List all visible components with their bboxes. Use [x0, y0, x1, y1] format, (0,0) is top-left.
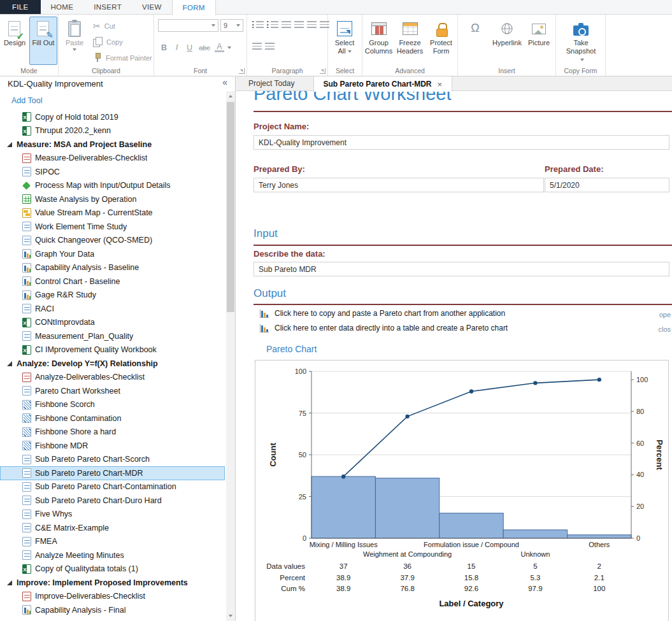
add-tool-link[interactable]: Add Tool — [0, 91, 235, 108]
tree-item[interactable]: Process Map with Input/Output Details — [0, 179, 225, 193]
tree-item-label: Fishbone Scorch — [35, 400, 95, 409]
tree-item[interactable]: Value Stream Map - CurrentState — [0, 206, 225, 220]
tree-item[interactable]: Copy of Hold total 2019 — [0, 110, 225, 124]
sidebar-scrollbar[interactable] — [226, 91, 235, 621]
paste-button[interactable]: Paste — [61, 17, 88, 65]
collapse-sidebar-button[interactable]: « — [222, 77, 227, 87]
tree-item-label: Fishbone Shore a hard — [35, 427, 116, 436]
select-all-button[interactable]: Select All — [330, 17, 359, 65]
align-left-icon[interactable] — [282, 21, 291, 29]
tree-item[interactable]: Waste Analysis by Operation — [0, 192, 225, 206]
tab-insert[interactable]: INSERT — [83, 0, 132, 14]
tree-item[interactable]: Quick Changeover (QCO-SMED) — [0, 234, 225, 248]
design-button[interactable]: Design — [1, 17, 29, 65]
tab-view[interactable]: VIEW — [132, 0, 172, 14]
tree-section-header[interactable]: Measure: MSA and Project Baseline — [0, 138, 225, 152]
tab-file[interactable]: FILE — [0, 0, 41, 14]
scroll-down-button[interactable] — [226, 611, 235, 621]
tree-item[interactable]: Fishbone MDR — [0, 439, 225, 453]
format-painter-button[interactable]: Format Painter — [92, 50, 152, 66]
underline-button[interactable]: U — [185, 43, 194, 52]
tree-item[interactable]: Capability Analysis - Baseline — [0, 261, 225, 275]
close-tab-icon[interactable]: × — [438, 80, 443, 89]
scrollbar-thumb[interactable] — [227, 102, 234, 312]
tree-item[interactable]: Copy of Qualitydata totals (1) — [0, 562, 225, 576]
project-name-input[interactable] — [254, 135, 669, 150]
font-family-select[interactable] — [158, 19, 218, 32]
tree-item[interactable]: Graph Your Data — [0, 247, 225, 261]
tree-item[interactable]: Analyze Meeting Minutes — [0, 548, 225, 562]
font-color-button[interactable]: A — [215, 43, 224, 52]
decrease-indent-icon[interactable] — [252, 43, 262, 50]
symbol-icon — [471, 24, 479, 34]
scroll-up-button[interactable] — [226, 91, 235, 101]
hyperlink-button[interactable]: Hyperlink — [492, 17, 522, 65]
group-columns-button[interactable]: Group Columns — [364, 17, 394, 65]
increase-indent-icon[interactable] — [265, 43, 275, 50]
tree-item[interactable]: Five Whys — [0, 508, 225, 522]
expand-triangle-icon[interactable] — [7, 580, 12, 585]
tree-item[interactable]: SIPOC — [0, 165, 225, 179]
tab-home[interactable]: HOME — [41, 0, 84, 14]
tree-item[interactable]: Control Chart - Baseline — [0, 275, 225, 289]
fill-out-button[interactable]: Fill Out — [29, 17, 57, 65]
copy-paste-pareto-link[interactable]: Click here to copy and paste a Pareto ch… — [260, 309, 505, 318]
describe-data-input[interactable] — [254, 262, 669, 276]
doc-tab-sub-pareto-mdr[interactable]: Sub Pareto Pareto Chart-MDR × — [313, 76, 453, 92]
tree-item[interactable]: Fishbone Scorch — [0, 398, 225, 412]
x-axis-title: Label / Category — [439, 599, 504, 608]
expand-triangle-icon[interactable] — [7, 361, 12, 366]
italic-button[interactable]: I — [172, 43, 182, 52]
tree-item[interactable]: CI IMprovement Quality Workbook — [0, 343, 225, 357]
table-value: 92.6 — [464, 585, 478, 592]
tree-section-header[interactable]: Improve: Implement Proposed Improvements — [0, 576, 225, 590]
tree-item[interactable]: Pareto Chart Worksheet — [0, 384, 225, 398]
tree-item[interactable]: Thruput 2020.2_kenn — [0, 124, 225, 138]
tree-item[interactable]: CONtImprovdata — [0, 316, 225, 330]
excel-icon — [22, 345, 31, 355]
picture-button[interactable]: Picture — [524, 17, 554, 65]
tree-item[interactable]: Sub Pareto Pareto Chart-Contamination — [0, 480, 225, 494]
tree-item[interactable]: FMEA — [0, 535, 225, 549]
bullet-list-icon[interactable] — [252, 21, 264, 29]
tree-item[interactable]: Capability Analysis - Final — [0, 603, 225, 617]
copy-button[interactable]: Copy — [92, 34, 152, 50]
group-label-paragraph: Paragraph — [247, 67, 327, 75]
tree-item[interactable]: Improve-Deliverables-Checklist — [0, 590, 225, 604]
doc-tab-project-today[interactable]: Project Today — [239, 76, 304, 90]
tree-item[interactable]: Sub Pareto Pareto Chart-Scorch — [0, 453, 225, 467]
symbol-button[interactable] — [461, 17, 490, 65]
cut-button[interactable]: Cut — [92, 18, 152, 34]
take-snapshot-button[interactable]: Take Snapshot — [564, 17, 598, 65]
tree-item-label: Capability Analysis - Final — [35, 606, 125, 615]
form-icon — [22, 167, 31, 176]
tree-item[interactable]: Sub Pareto Pareto Chart-Duro Hard — [0, 494, 225, 508]
tree-item[interactable]: Fishbone Shore a hard — [0, 425, 225, 439]
expand-triangle-icon[interactable] — [7, 142, 12, 147]
tab-form[interactable]: FORM — [172, 0, 216, 15]
prepared-by-input[interactable] — [254, 178, 544, 192]
tree-item[interactable]: RACI — [0, 302, 225, 316]
strikethrough-button[interactable]: abc — [197, 44, 211, 52]
form-area: Pareto Chart Worksheet Project Name: Pre… — [236, 91, 672, 621]
tree-item[interactable]: Sub Pareto Pareto Chart-MDR — [0, 466, 225, 480]
prepared-date-input[interactable] — [545, 178, 669, 192]
enter-data-link[interactable]: Click here to enter data directly into a… — [260, 324, 508, 332]
tree-section-header[interactable]: Analyze: Develop Y=f(X) Relationship — [0, 357, 225, 371]
freeze-headers-button[interactable]: Freeze Headers — [395, 17, 425, 65]
tree-item[interactable]: Work Element Time Study — [0, 220, 225, 234]
tree-item[interactable]: Measure-Deliverables-Checklist — [0, 152, 225, 166]
numbered-list-icon[interactable] — [267, 21, 278, 29]
select-all-icon — [337, 21, 352, 36]
bold-button[interactable]: B — [159, 43, 169, 52]
tree-item[interactable]: Gage R&R Study — [0, 289, 225, 303]
align-center-icon[interactable] — [294, 21, 304, 29]
font-size-select[interactable]: 9 — [220, 19, 243, 32]
tree-item-label: Sub Pareto Pareto Chart-MDR — [35, 469, 143, 478]
tree-item[interactable]: C&E Matrix-Example — [0, 521, 225, 535]
tree-item[interactable]: Fishbone Contamination — [0, 411, 225, 425]
protect-form-button[interactable]: Protect Form — [426, 17, 456, 65]
align-right-icon[interactable] — [307, 21, 317, 29]
tree-item[interactable]: Measurement_Plan_Quality — [0, 329, 225, 343]
tree-item[interactable]: Analyze-Deliverables-Checklist — [0, 371, 225, 385]
